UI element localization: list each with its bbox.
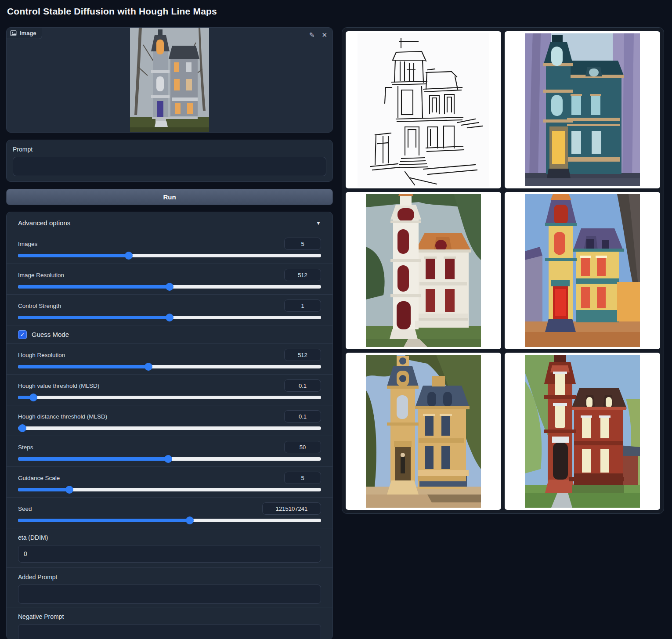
guess-mode-label: Guess Mode <box>32 331 69 338</box>
slider-label: Hough Resolution <box>18 352 65 358</box>
slider-label: Steps <box>18 444 33 451</box>
prompt-input[interactable] <box>13 157 326 176</box>
seed-slider[interactable] <box>18 519 321 522</box>
slider-row-guidance-scale: Guidance Scale <box>7 466 332 497</box>
slider-row-hough-value-threshold: Hough value threshold (MLSD) <box>7 374 332 405</box>
close-icon: ✕ <box>322 31 327 39</box>
negative-prompt-row: Negative Prompt <box>7 607 332 638</box>
image-resolution-value-input[interactable] <box>284 269 321 281</box>
guess-mode-checkbox[interactable]: ✓ <box>18 330 27 339</box>
gallery-item-white-house[interactable] <box>346 192 501 349</box>
slider-label: Images <box>18 241 37 247</box>
negative-prompt-label: Negative Prompt <box>18 613 321 620</box>
image-input-label: Image <box>20 30 36 36</box>
hough-distance-threshold-slider[interactable] <box>18 426 321 430</box>
run-button[interactable]: Run <box>6 189 333 205</box>
hough-value-threshold-slider[interactable] <box>18 396 321 399</box>
hough-resolution-value-input[interactable] <box>284 349 321 361</box>
slider-label: Seed <box>18 505 32 512</box>
slider-fill <box>18 519 190 522</box>
slider-fill <box>18 457 168 461</box>
slider-handle[interactable] <box>29 394 37 401</box>
slider-row-hough-resolution: Hough Resolution <box>7 343 332 374</box>
red-brick-house-image <box>525 355 640 508</box>
slider-row-images: Images <box>7 233 332 264</box>
eta-input[interactable] <box>18 545 321 563</box>
gold-house-image <box>366 355 481 508</box>
added-prompt-label: Added Prompt <box>18 574 321 581</box>
hough-distance-threshold-input[interactable] <box>284 410 321 422</box>
hough-line-map-image <box>358 33 489 187</box>
slider-handle[interactable] <box>125 252 133 260</box>
eta-row: eta (DDIM) <box>7 528 332 567</box>
edit-image-button[interactable]: ✎ <box>309 31 315 39</box>
slider-label: Control Strength <box>18 303 61 309</box>
uploaded-house-photo <box>130 27 209 133</box>
chevron-down-icon: ▼ <box>316 220 321 226</box>
image-resolution-slider[interactable] <box>18 285 321 289</box>
advanced-options-panel: Advanced options ▼ Images Image Resoluti… <box>6 212 333 639</box>
seed-value-input[interactable] <box>262 502 321 515</box>
advanced-options-header[interactable]: Advanced options ▼ <box>7 212 332 233</box>
guidance-scale-slider[interactable] <box>18 488 321 491</box>
images-value-input[interactable] <box>284 238 321 250</box>
slider-row-control-strength: Control Strength <box>7 294 332 325</box>
slider-label: Image Resolution <box>18 272 64 278</box>
negative-prompt-input[interactable] <box>18 624 321 639</box>
slider-fill <box>18 396 33 399</box>
slider-fill <box>18 488 69 491</box>
image-input-panel: Image ✎ ✕ <box>6 27 333 133</box>
guess-mode-row: ✓ Guess Mode <box>7 325 332 343</box>
images-slider[interactable] <box>18 254 321 257</box>
pencil-icon: ✎ <box>309 31 315 39</box>
added-prompt-row: Added Prompt <box>7 567 332 607</box>
added-prompt-input[interactable] <box>18 585 321 604</box>
slider-handle[interactable] <box>166 314 173 321</box>
control-strength-value-input[interactable] <box>284 300 321 312</box>
gallery-item-red-brick-house[interactable] <box>505 353 660 510</box>
slider-handle[interactable] <box>65 486 73 494</box>
slider-row-seed: Seed <box>7 497 332 528</box>
slider-handle[interactable] <box>18 424 26 432</box>
slider-fill <box>18 316 170 319</box>
eta-label: eta (DDIM) <box>18 534 321 541</box>
slider-label: Guidance Scale <box>18 475 60 481</box>
steps-slider[interactable] <box>18 457 321 461</box>
advanced-options-title: Advanced options <box>18 219 70 227</box>
slider-fill <box>18 365 148 368</box>
slider-handle[interactable] <box>145 363 152 371</box>
hough-value-threshold-input[interactable] <box>284 379 321 392</box>
hough-resolution-slider[interactable] <box>18 365 321 368</box>
slider-fill <box>18 254 129 257</box>
slider-label: Hough value threshold (MLSD) <box>18 383 99 389</box>
gallery-item-hough-line-map[interactable] <box>346 31 501 188</box>
image-input-label-chip: Image <box>6 27 42 39</box>
gallery-item-teal-house[interactable] <box>505 31 660 188</box>
slider-row-steps: Steps <box>7 436 332 466</box>
control-strength-slider[interactable] <box>18 316 321 319</box>
guidance-scale-value-input[interactable] <box>284 472 321 484</box>
teal-house-image <box>525 33 640 186</box>
slider-handle[interactable] <box>164 455 172 463</box>
gallery-item-gold-house[interactable] <box>346 353 501 510</box>
slider-handle[interactable] <box>166 283 173 291</box>
steps-value-input[interactable] <box>284 441 321 453</box>
slider-row-hough-distance-threshold: Hough distance threshold (MLSD) <box>7 405 332 436</box>
slider-label: Hough distance threshold (MLSD) <box>18 413 107 420</box>
clear-image-button[interactable]: ✕ <box>322 31 327 39</box>
prompt-label: Prompt <box>13 146 326 153</box>
image-icon <box>10 30 17 36</box>
output-gallery <box>342 27 664 514</box>
prompt-panel: Prompt <box>6 140 333 182</box>
yellow-house-image <box>525 194 640 347</box>
slider-fill <box>18 285 170 289</box>
slider-fill <box>18 426 22 430</box>
gallery-item-yellow-house[interactable] <box>505 192 660 349</box>
slider-handle[interactable] <box>186 516 194 524</box>
page-title: Control Stable Diffusion with Hough Line… <box>7 6 217 17</box>
check-icon: ✓ <box>20 332 25 338</box>
white-house-image <box>366 194 481 347</box>
slider-row-image-resolution: Image Resolution <box>7 264 332 294</box>
